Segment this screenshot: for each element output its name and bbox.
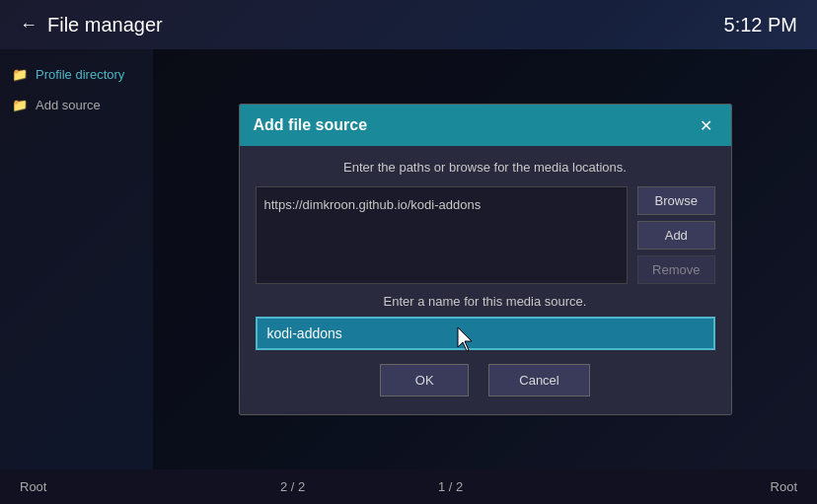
ok-button[interactable]: OK (380, 364, 469, 396)
sidebar-item-add-source[interactable]: 📁 Add source (0, 90, 153, 120)
bottombar-right-label: Root (771, 479, 797, 494)
main-content: Add file source ✕ Enter the paths or bro… (153, 49, 817, 469)
source-row: https://dimkroon.github.io/kodi-addons B… (256, 186, 715, 284)
modal-title: Add file source (254, 116, 368, 134)
sidebar: 📁 Profile directory 📁 Add source (0, 49, 153, 469)
sidebar-item-profile-directory[interactable]: 📁 Profile directory (0, 59, 153, 90)
modal-footer: OK Cancel (256, 364, 715, 400)
sidebar-item-label: Add source (36, 98, 101, 112)
back-arrow-icon[interactable]: ← (20, 15, 37, 36)
clock: 5:12 PM (724, 14, 797, 36)
modal-body: Enter the paths or browse for the media … (240, 146, 731, 414)
modal-description: Enter the paths or browse for the media … (256, 160, 715, 175)
modal-backdrop: Add file source ✕ Enter the paths or bro… (153, 49, 817, 469)
bottombar-center-left-label: 2 / 2 (280, 479, 305, 494)
bottombar-left-label: Root (20, 479, 46, 494)
source-url-text: https://dimkroon.github.io/kodi-addons (264, 197, 482, 212)
close-button[interactable]: ✕ (696, 114, 717, 136)
sidebar-item-label: Profile directory (36, 67, 124, 82)
modal-header: Add file source ✕ (240, 105, 731, 146)
media-source-name-input[interactable] (256, 317, 715, 350)
cancel-button[interactable]: Cancel (488, 364, 589, 396)
remove-button[interactable]: Remove (637, 255, 714, 284)
add-file-source-dialog: Add file source ✕ Enter the paths or bro… (239, 104, 732, 415)
bottombar-center-right-label: 1 / 2 (438, 479, 463, 494)
add-button[interactable]: Add (637, 221, 714, 250)
topbar-left: ← File manager (20, 14, 163, 36)
bottombar: Root 2 / 2 1 / 2 Root (0, 469, 817, 504)
page-title: File manager (47, 14, 163, 36)
folder-icon: 📁 (12, 67, 28, 82)
source-list[interactable]: https://dimkroon.github.io/kodi-addons (256, 186, 629, 284)
browse-button[interactable]: Browse (637, 186, 714, 215)
name-label: Enter a name for this media source. (256, 294, 715, 309)
topbar: ← File manager 5:12 PM (0, 0, 817, 49)
source-buttons: Browse Add Remove (637, 186, 714, 284)
folder-icon: 📁 (12, 98, 28, 112)
